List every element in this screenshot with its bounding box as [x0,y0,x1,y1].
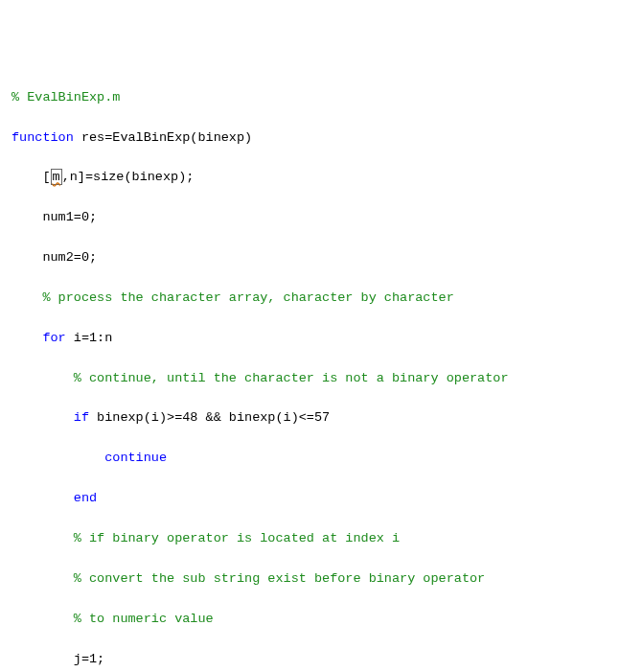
comment-text: % process the character array, character… [11,290,454,305]
code-text [11,451,104,465]
code-line: j=1; [11,650,609,670]
code-text: i=1:n [66,331,113,345]
code-text: [ [11,170,51,184]
code-line: function res=EvalBinExp(binexp) [11,128,609,149]
keyword-token: for [42,331,65,345]
warning-marker: m [51,169,62,185]
code-text: j=1; [11,652,104,666]
code-line: % if binary operator is located at index… [11,529,609,549]
code-line: if binexp(i)>=48 && binexp(i)<=57 [11,408,609,429]
code-text: res=EvalBinExp(binexp) [74,130,252,145]
code-text [11,491,74,505]
code-text [11,410,74,425]
comment-text: % continue, until the character is not a… [11,371,508,385]
code-text: ,n]=size(binexp); [62,170,195,184]
code-text [11,331,42,345]
code-text: binexp(i)>=48 && binexp(i)<=57 [89,410,330,425]
code-line: num1=0; [11,208,609,228]
keyword-token: continue [104,451,167,465]
code-text: num2=0; [11,250,97,265]
code-line: continue [11,449,609,469]
code-line: % convert the sub string exist before bi… [11,569,609,590]
code-line: % EvalBinExp.m [11,88,609,108]
code-line: [m,n]=size(binexp); [11,168,609,188]
code-line: % to numeric value [11,610,609,630]
comment-text: % if binary operator is located at index… [11,531,400,545]
code-line: % continue, until the character is not a… [11,369,609,389]
keyword-token: if [74,410,89,425]
comment-text: % to numeric value [11,612,214,626]
keyword-token: end [74,491,97,505]
code-line: % process the character array, character… [11,289,609,309]
code-text: num1=0; [11,210,97,224]
comment-text: % convert the sub string exist before bi… [11,571,485,586]
code-line: end [11,489,609,509]
code-line: for i=1:n [11,329,609,349]
code-line: num2=0; [11,248,609,268]
keyword-token: function [11,130,74,145]
comment-text: % EvalBinExp.m [11,90,120,104]
